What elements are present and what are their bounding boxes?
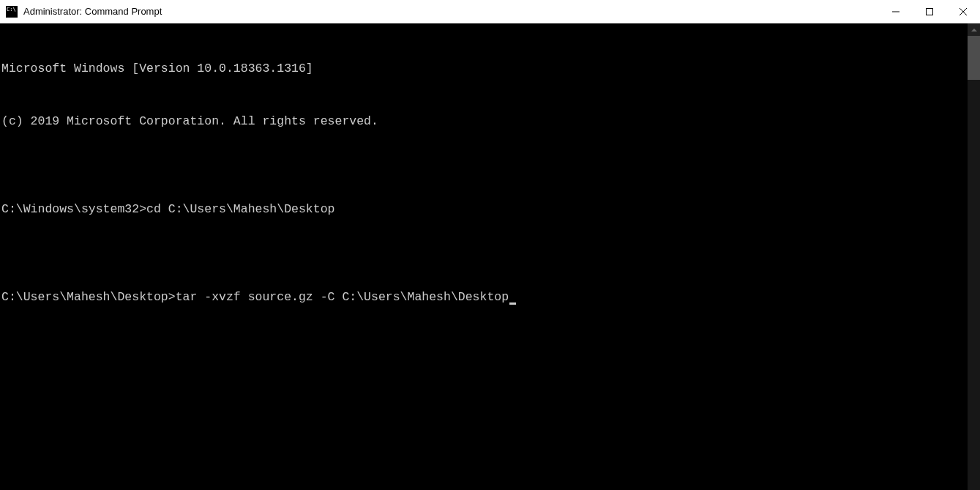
svg-rect-1 [927,9,933,15]
maximize-button[interactable] [913,0,946,23]
window-controls [879,0,980,23]
terminal-line: C:\Users\Mahesh\Desktop>tar -xvzf source… [1,289,968,306]
terminal-area[interactable]: Microsoft Windows [Version 10.0.18363.13… [0,23,980,490]
scrollbar-thumb[interactable] [968,36,980,80]
terminal-line: Microsoft Windows [Version 10.0.18363.13… [1,60,968,78]
terminal-line: (c) 2019 Microsoft Corporation. All righ… [1,113,968,130]
maximize-icon [926,8,933,15]
close-icon [960,8,967,15]
cursor-icon [509,302,516,305]
cmd-icon [6,6,18,18]
scrollbar-arrow-up-icon[interactable] [968,23,980,36]
scrollbar[interactable] [968,23,980,490]
terminal-content[interactable]: Microsoft Windows [Version 10.0.18363.13… [0,23,968,490]
close-button[interactable] [946,0,980,23]
titlebar: Administrator: Command Prompt [0,0,980,23]
terminal-line: C:\Windows\system32>cd C:\Users\Mahesh\D… [1,201,968,218]
window-title: Administrator: Command Prompt [23,6,879,17]
minimize-button[interactable] [879,0,913,23]
minimize-icon [892,8,899,15]
